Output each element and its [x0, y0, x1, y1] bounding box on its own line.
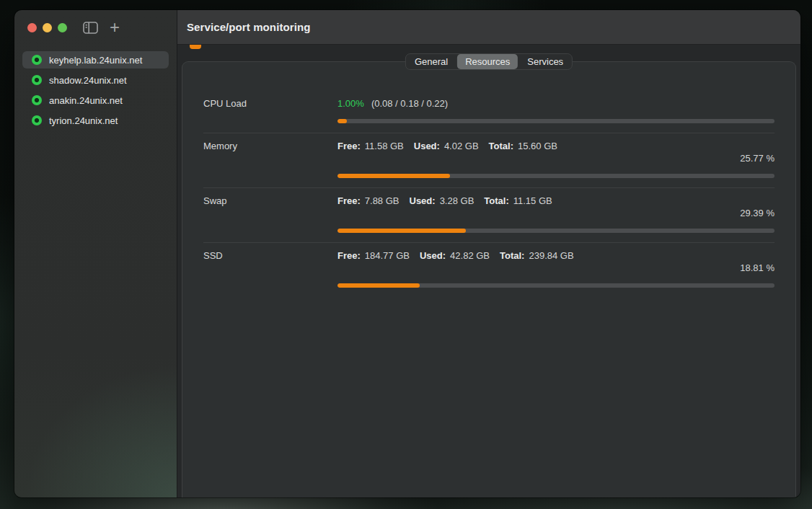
server-label: shadow.24unix.net — [49, 75, 127, 86]
memory-row: Memory Free:11.58 GB Used:4.02 GB Total:… — [203, 133, 775, 188]
cpu-progress-fill — [337, 119, 347, 123]
memory-total: 15.60 GB — [518, 141, 557, 151]
sidebar-item-anakin[interactable]: anakin.24unix.net — [22, 92, 169, 109]
ssd-label: SSD — [203, 250, 223, 261]
main-panel: Service/port monitoring General Resource… — [177, 10, 800, 497]
ssd-progress-bar — [337, 283, 775, 288]
memory-label: Memory — [203, 141, 237, 151]
memory-progress-fill — [337, 174, 450, 178]
status-online-icon — [32, 55, 42, 65]
total-label: Total: — [489, 141, 513, 151]
cpu-load-averages: (0.08 / 0.18 / 0.22) — [371, 98, 448, 109]
cpu-progress-bar — [337, 119, 775, 123]
ssd-percent: 18.81 % — [203, 262, 775, 274]
ssd-progress-fill — [337, 283, 420, 288]
cpu-load-row: CPU Load 1.00% (0.08 / 0.18 / 0.22) — [203, 98, 775, 133]
page-title: Service/port monitoring — [187, 21, 311, 33]
swap-progress-fill — [337, 229, 466, 233]
traffic-lights — [27, 23, 67, 32]
memory-percent: 25.77 % — [203, 153, 775, 164]
window-titlebar: Service/port monitoring — [177, 10, 800, 45]
memory-progress-bar — [337, 174, 775, 178]
server-label: tyrion.24unix.net — [49, 115, 118, 126]
close-button[interactable] — [27, 23, 37, 32]
server-label: keyhelp.lab.24unix.net — [49, 55, 142, 66]
free-label: Free: — [337, 141, 361, 151]
swap-used: 3.28 GB — [440, 195, 475, 206]
resources-card: CPU Load 1.00% (0.08 / 0.18 / 0.22) Memo… — [182, 61, 796, 497]
swap-label: Swap — [203, 195, 227, 206]
ssd-used: 42.82 GB — [450, 250, 490, 261]
sidebar: + keyhelp.lab.24unix.net shadow.24unix.n… — [14, 10, 177, 497]
swap-total: 11.15 GB — [513, 195, 552, 206]
tab-resources[interactable]: Resources — [457, 54, 518, 69]
minimize-button[interactable] — [43, 23, 52, 32]
memory-used: 4.02 GB — [444, 141, 479, 151]
used-label: Used: — [410, 195, 436, 206]
tab-general[interactable]: General — [407, 54, 456, 69]
free-label: Free: — [337, 250, 361, 261]
zoom-button[interactable] — [58, 23, 67, 32]
sidebar-item-keyhelp[interactable]: keyhelp.lab.24unix.net — [22, 51, 169, 68]
ssd-free: 184.77 GB — [365, 250, 410, 261]
used-label: Used: — [414, 141, 440, 151]
cpu-load-label: CPU Load — [203, 98, 247, 109]
status-online-icon — [32, 115, 42, 125]
swap-row: Swap Free:7.88 GB Used:3.28 GB Total:11.… — [203, 188, 775, 243]
app-window: + keyhelp.lab.24unix.net shadow.24unix.n… — [14, 10, 800, 497]
view-tabs: General Resources Services — [405, 53, 573, 70]
sidebar-item-shadow[interactable]: shadow.24unix.net — [22, 71, 169, 89]
free-label: Free: — [337, 195, 361, 206]
swap-percent: 29.39 % — [203, 208, 775, 219]
status-online-icon — [32, 95, 42, 105]
sidebar-titlebar: + — [14, 10, 177, 45]
tab-services[interactable]: Services — [519, 54, 571, 69]
memory-free: 11.58 GB — [365, 141, 404, 151]
server-label: anakin.24unix.net — [49, 95, 123, 106]
cpu-load-value: 1.00% — [337, 98, 364, 109]
plus-icon: + — [110, 21, 120, 34]
sidebar-item-tyrion[interactable]: tyrion.24unix.net — [22, 112, 169, 129]
ssd-row: SSD Free:184.77 GB Used:42.82 GB Total:2… — [203, 243, 775, 288]
swap-progress-bar — [337, 229, 775, 233]
used-label: Used: — [420, 250, 446, 261]
status-online-icon — [32, 75, 42, 85]
add-server-button[interactable]: + — [110, 21, 120, 34]
clipped-progress-bar — [190, 45, 201, 49]
sidebar-toggle-icon — [83, 22, 98, 34]
server-list: keyhelp.lab.24unix.net shadow.24unix.net… — [14, 45, 177, 136]
total-label: Total: — [500, 250, 524, 261]
swap-free: 7.88 GB — [365, 195, 400, 206]
ssd-total: 239.84 GB — [529, 250, 573, 261]
total-label: Total: — [484, 195, 508, 206]
toggle-sidebar-button[interactable] — [83, 22, 98, 34]
